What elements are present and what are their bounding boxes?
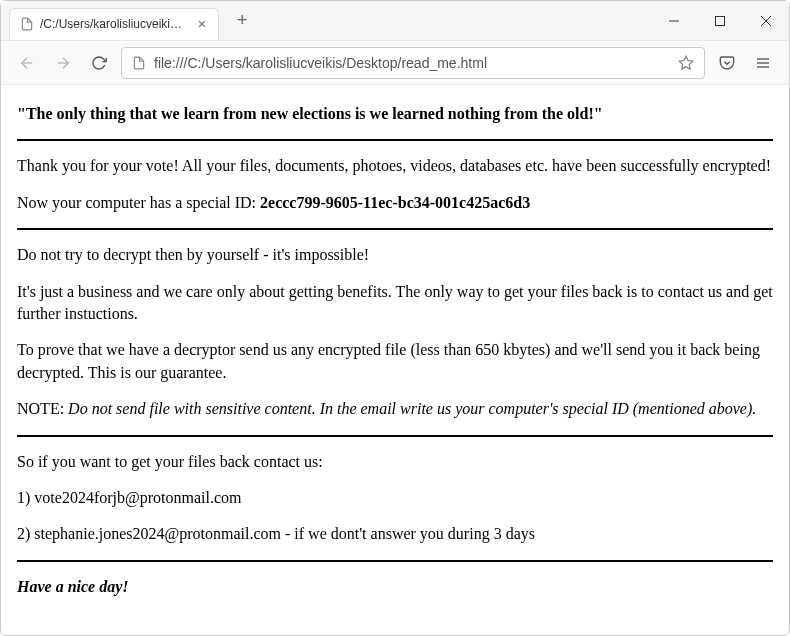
divider bbox=[17, 139, 773, 141]
file-icon bbox=[132, 56, 146, 70]
divider bbox=[17, 560, 773, 562]
browser-window: /C:/Users/karolisliucveikis/Desktop/ × + bbox=[0, 0, 790, 636]
arrow-right-icon bbox=[54, 54, 72, 72]
hamburger-icon bbox=[755, 55, 771, 71]
note-prefix: NOTE: bbox=[17, 400, 68, 417]
tab-close-button[interactable]: × bbox=[196, 16, 208, 32]
file-icon bbox=[20, 17, 34, 31]
forward-button[interactable] bbox=[49, 49, 77, 77]
heading-text: "The only thing that we learn from new e… bbox=[17, 103, 773, 125]
id-prefix: Now your computer has a special ID: bbox=[17, 194, 260, 211]
note-text: Do not send file with sensitive content.… bbox=[68, 400, 756, 417]
reload-button[interactable] bbox=[85, 49, 113, 77]
paragraph-2: Now your computer has a special ID: 2ecc… bbox=[17, 192, 773, 214]
paragraph-6: NOTE: Do not send file with sensitive co… bbox=[17, 398, 773, 420]
contact-email-1: 1) vote2024forjb@protonmail.com bbox=[17, 487, 773, 509]
browser-tab[interactable]: /C:/Users/karolisliucveikis/Desktop/ × bbox=[9, 8, 219, 40]
svg-marker-6 bbox=[679, 56, 692, 69]
page-content: "The only thing that we learn from new e… bbox=[1, 85, 789, 635]
window-controls bbox=[651, 1, 789, 40]
paragraph-1: Thank you for your vote! All your files,… bbox=[17, 155, 773, 177]
arrow-left-icon bbox=[18, 54, 36, 72]
paragraph-4: It's just a business and we care only ab… bbox=[17, 281, 773, 326]
titlebar: /C:/Users/karolisliucveikis/Desktop/ × + bbox=[1, 1, 789, 41]
contact-email-2: 2) stephanie.jones2024@protonmail.com - … bbox=[17, 523, 773, 545]
svg-rect-1 bbox=[716, 17, 725, 26]
minimize-button[interactable] bbox=[651, 1, 697, 41]
reload-icon bbox=[91, 55, 107, 71]
close-icon bbox=[760, 15, 772, 27]
paragraph-7: So if you want to get your files back co… bbox=[17, 451, 773, 473]
pocket-button[interactable] bbox=[713, 49, 741, 77]
close-window-button[interactable] bbox=[743, 1, 789, 41]
closing-text: Have a nice day! bbox=[17, 576, 773, 598]
url-text: file:///C:/Users/karolisliucveikis/Deskt… bbox=[154, 55, 670, 71]
special-id: 2eccc799-9605-11ec-bc34-001c425ac6d3 bbox=[260, 194, 530, 211]
minimize-icon bbox=[668, 15, 680, 27]
menu-button[interactable] bbox=[749, 49, 777, 77]
maximize-button[interactable] bbox=[697, 1, 743, 41]
tab-title: /C:/Users/karolisliucveikis/Desktop/ bbox=[40, 17, 188, 31]
pocket-icon bbox=[719, 55, 735, 71]
maximize-icon bbox=[714, 15, 726, 27]
paragraph-3: Do not try to decrypt then by yourself -… bbox=[17, 244, 773, 266]
new-tab-button[interactable]: + bbox=[229, 6, 256, 35]
back-button[interactable] bbox=[13, 49, 41, 77]
star-icon[interactable] bbox=[678, 55, 694, 71]
toolbar: file:///C:/Users/karolisliucveikis/Deskt… bbox=[1, 41, 789, 85]
address-bar[interactable]: file:///C:/Users/karolisliucveikis/Deskt… bbox=[121, 47, 705, 79]
divider bbox=[17, 435, 773, 437]
divider bbox=[17, 228, 773, 230]
paragraph-5: To prove that we have a decryptor send u… bbox=[17, 339, 773, 384]
